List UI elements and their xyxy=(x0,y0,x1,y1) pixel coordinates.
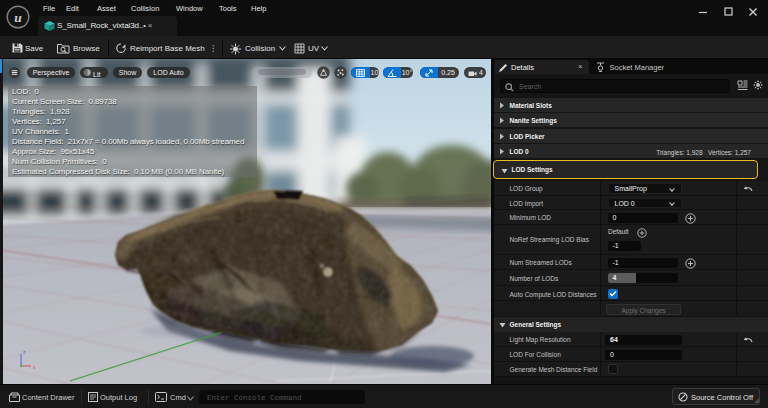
svg-text:u: u xyxy=(14,10,22,25)
